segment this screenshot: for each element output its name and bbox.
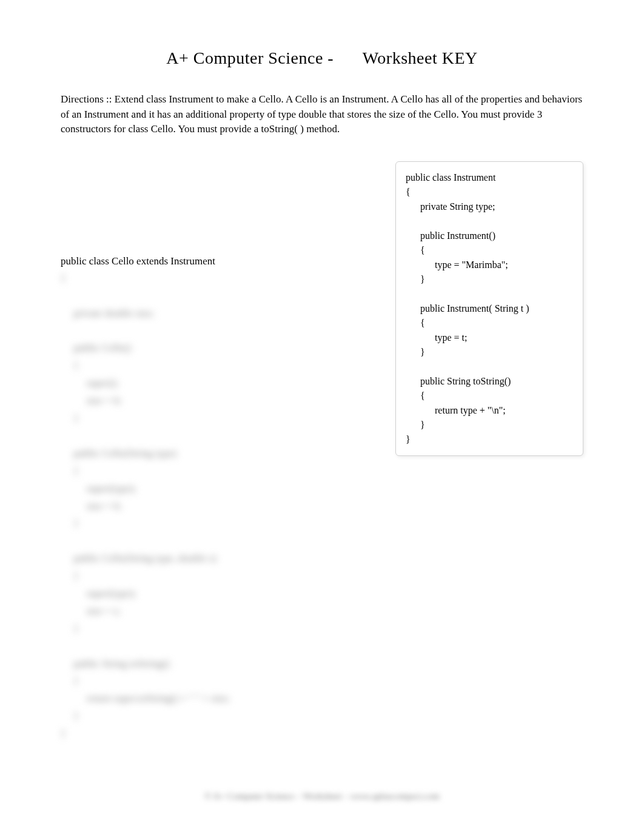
header-title-right: Worksheet KEY — [363, 49, 478, 68]
page-footer: © A+ Computer Science – Worksheet – www.… — [0, 791, 644, 802]
instrument-code-box: public class Instrument { private String… — [395, 161, 583, 456]
worksheet-page: A+ Computer Science - Worksheet KEY Dire… — [0, 0, 644, 835]
directions-text: Directions :: Extend class Instrument to… — [61, 92, 583, 137]
cello-class-body-blurred: { private double size; public Cello() { … — [61, 270, 383, 743]
content-row: public class Cello extends Instrument { … — [61, 161, 583, 743]
header-title-left: A+ Computer Science - — [166, 49, 334, 68]
instrument-column: public class Instrument { private String… — [395, 161, 583, 743]
page-header: A+ Computer Science - Worksheet KEY — [61, 49, 583, 68]
cello-class-declaration: public class Cello extends Instrument — [61, 255, 383, 267]
cello-column: public class Cello extends Instrument { … — [61, 161, 383, 743]
